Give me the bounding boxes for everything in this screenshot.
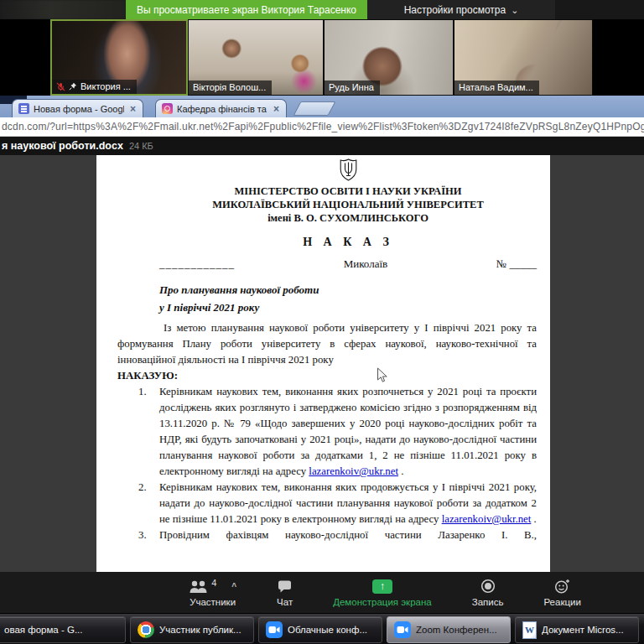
browser-tab-bar: × Новая форма - Google Фор × Кафедра фін… — [0, 96, 644, 117]
participant-video-2[interactable]: Вікторія Волош... — [188, 19, 324, 96]
zoom-app-icon — [266, 621, 283, 638]
tab-google-forms[interactable]: Новая форма - Google Фор × — [12, 99, 143, 117]
background-blur — [0, 0, 126, 19]
reactions-label: Реакции — [543, 597, 580, 607]
subject-line-1: Про планування наукової роботи — [159, 281, 537, 299]
participant-name-badge: Вікторія Волош... — [189, 80, 272, 95]
participant-name-badge: Наталья Вадим... — [454, 80, 539, 95]
close-tab-icon[interactable]: × — [273, 103, 279, 115]
taskbar-label: Zoom Конферен... — [416, 625, 497, 635]
list-item: 1. Керівникам наукових тем, виконання як… — [138, 384, 537, 480]
tab-label: Кафедра фінансів та облі — [177, 104, 267, 114]
chat-icon — [277, 579, 293, 594]
taskbar-button-zoom-cloud[interactable]: Облачные конф... — [258, 616, 382, 643]
item-text: Провідним фахівцям науково-дослідної час… — [159, 527, 537, 543]
reactions-button[interactable]: Реакции — [543, 579, 580, 607]
mouse-cursor — [377, 367, 388, 384]
windows-taskbar: овая форма - G... Участник публик... Обл… — [0, 613, 644, 644]
taskbar-button-word[interactable]: W Документ Micros... — [515, 616, 639, 643]
taskbar-label: Участник публик... — [159, 625, 242, 635]
address-bar[interactable]: dcdn.com/?url=https%3A%2F%2Fmail.ukr.net… — [0, 117, 644, 137]
new-tab-button[interactable] — [293, 101, 336, 116]
email-link[interactable]: lazarenkoiv@ukr.net — [309, 465, 398, 477]
tab-instagram-kafedra[interactable]: Кафедра фінансів та облі × — [155, 99, 287, 117]
tab-label: Новая форма - Google Фор — [34, 104, 124, 114]
participants-label: Участники — [190, 597, 236, 607]
zoom-top-bar: Вы просматриваете экран Виктория Тарасен… — [0, 0, 644, 19]
ukraine-trident-emblem-icon — [340, 158, 357, 181]
item-text-tail: . — [531, 513, 536, 525]
instagram-icon — [162, 103, 173, 114]
participant-name: Виктория ... — [80, 81, 131, 91]
item-text: Керівникам наукових тем, виконання яких … — [159, 384, 537, 480]
document-page: МІНІСТЕРСТВО ОСВІТИ І НАУКИ УКРАЇНИ МИКО… — [96, 155, 550, 572]
city: Миколаїв — [344, 257, 388, 271]
share-screen-button[interactable]: ↑ Демонстрация экрана — [333, 579, 432, 607]
item-number: 1. — [138, 384, 159, 480]
taskbar-label: овая форма - G... — [4, 625, 83, 635]
item-text-body: Провідним фахівцям науково-дослідної час… — [159, 529, 537, 541]
participants-count-badge: 4 — [211, 578, 216, 588]
pin-icon — [69, 82, 77, 91]
video-strip: Виктория ... Вікторія Волош... Рудь Инна… — [0, 19, 644, 96]
document-header: МІНІСТЕРСТВО ОСВІТИ І НАУКИ УКРАЇНИ МИКО… — [159, 158, 537, 316]
viewing-screen-banner: Вы просматриваете экран Виктория Тарасен… — [126, 0, 367, 19]
zoom-meeting-window: Вы просматриваете экран Виктория Тарасен… — [0, 0, 644, 644]
participant-name: Вікторія Волош... — [193, 82, 266, 92]
zoom-toolbar: 4 ^ Участники Чат ↑ Демонстрация экрана — [0, 572, 644, 613]
share-screen-icon: ↑ — [372, 579, 392, 594]
participants-icon — [189, 580, 208, 593]
video-camera-icon — [268, 626, 280, 634]
item-text-tail: . — [398, 465, 403, 477]
item-number: 3. — [138, 527, 159, 543]
word-document-icon: W — [522, 621, 537, 639]
document-body: Із метою планування наукової роботи унів… — [117, 320, 537, 543]
participants-button[interactable]: 4 ^ Участники — [189, 579, 236, 607]
close-tab-icon[interactable]: × — [130, 103, 136, 115]
participant-name-badge: Рудь Инна — [325, 80, 380, 95]
taskbar-label: Облачные конф... — [288, 625, 367, 635]
reactions-icon — [554, 579, 571, 594]
video-camera-icon — [397, 626, 408, 634]
chat-button[interactable]: Чат — [277, 579, 293, 607]
document-viewer[interactable]: МІНІСТЕРСТВО ОСВІТИ І НАУКИ УКРАЇНИ МИКО… — [0, 155, 644, 572]
google-forms-icon — [18, 103, 29, 114]
item-text-body: Керівникам наукових тем, виконання яких … — [159, 386, 537, 477]
date-blank: ____________ — [159, 257, 235, 271]
taskbar-button-form[interactable]: овая форма - G... — [0, 616, 126, 643]
mic-muted-icon — [56, 82, 65, 91]
chrome-icon — [138, 621, 154, 638]
order-subject: Про планування наукової роботи у І піврі… — [159, 281, 537, 316]
share-screen-label: Демонстрация экрана — [333, 597, 432, 607]
participants-expand-chevron[interactable]: ^ — [231, 582, 236, 591]
ordered-list: 1. Керівникам наукових тем, виконання як… — [138, 384, 537, 543]
taskbar-button-zoom-meeting[interactable]: Zoom Конферен... — [387, 616, 511, 643]
chat-label: Чат — [277, 597, 293, 607]
ministry-line: МІНІСТЕРСТВО ОСВІТИ І НАУКИ УКРАЇНИ — [159, 184, 537, 198]
taskbar-button-chrome[interactable]: Участник публик... — [130, 616, 254, 643]
order-title: Н А К А З — [159, 236, 537, 249]
named-after-line: імені В. О. СУХОМЛИНСЬКОГО — [159, 211, 537, 225]
file-name: я наукової роботи.docx — [2, 140, 123, 152]
participant-video-1[interactable]: Виктория ... — [50, 19, 188, 96]
order-meta-row: ____________ Миколаїв № _____ — [159, 257, 537, 271]
zoom-app-icon — [394, 621, 411, 638]
record-label: Запись — [472, 597, 504, 607]
order-number-blank: № _____ — [496, 257, 537, 271]
chevron-down-icon: ⌄ — [511, 6, 518, 14]
record-button[interactable]: Запись — [472, 579, 504, 607]
participant-name-badge: Виктория ... — [52, 80, 137, 94]
decree-word: НАКАЗУЮ: — [117, 368, 537, 384]
participant-name: Рудь Инна — [329, 82, 374, 92]
view-settings-menu[interactable]: Настройки просмотра ⌄ — [367, 0, 555, 19]
record-icon — [480, 579, 496, 594]
list-item: 2. Керівникам наукових тем, виконання як… — [138, 480, 537, 527]
participant-video-4[interactable]: Наталья Вадим... — [454, 19, 593, 96]
file-viewer-header: я наукової роботи.docx 24 КБ — [0, 137, 644, 155]
item-number: 2. — [138, 480, 159, 527]
university-line: МИКОЛАЇВСЬКИЙ НАЦІОНАЛЬНИЙ УНІВЕРСИТЕТ — [159, 198, 537, 211]
intro-paragraph: Із метою планування наукової роботи унів… — [117, 320, 537, 368]
email-link[interactable]: lazarenkoiv@ukr.net — [442, 513, 532, 525]
list-item: 3. Провідним фахівцям науково-дослідної … — [138, 527, 537, 543]
participant-video-3[interactable]: Рудь Инна — [324, 19, 454, 96]
